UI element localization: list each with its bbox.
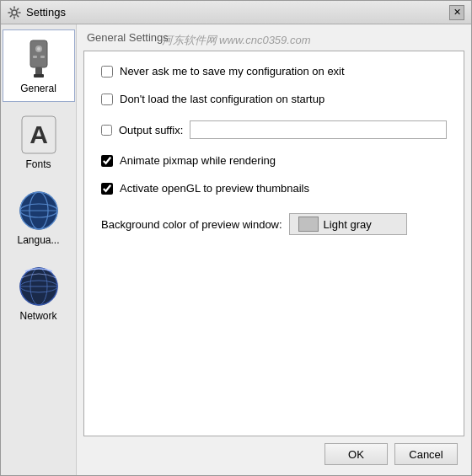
language-icon xyxy=(17,189,61,233)
settings-window: Settings ✕ 河东软件网 www.cnc0359.com xyxy=(0,0,472,476)
sidebar-label-network: Network xyxy=(19,310,56,322)
fonts-icon: A xyxy=(17,113,61,157)
svg-rect-7 xyxy=(40,56,45,58)
close-button[interactable]: ✕ xyxy=(449,5,464,20)
sidebar-label-language: Langua... xyxy=(17,234,59,246)
output-suffix-row: Output suffix: xyxy=(101,120,447,139)
sidebar-item-general[interactable]: General xyxy=(3,29,75,102)
sidebar-label-fonts: Fonts xyxy=(25,158,51,170)
main-content: General Settings Never ask me to save my… xyxy=(77,24,471,475)
activate-opengl-row: Activate openGL to preview thumbnails xyxy=(101,182,447,195)
sidebar-item-language[interactable]: Langua... xyxy=(3,181,75,254)
never-ask-row: Never ask me to save my configuration on… xyxy=(101,65,447,78)
bg-color-row: Background color of preview window: Ligh… xyxy=(101,213,447,235)
svg-text:A: A xyxy=(30,120,48,148)
settings-icon xyxy=(8,6,21,19)
svg-point-5 xyxy=(37,47,40,51)
animate-pixmap-label[interactable]: Animate pixmap while rendering xyxy=(120,154,276,167)
window-title: Settings xyxy=(26,6,66,19)
svg-point-0 xyxy=(12,10,17,15)
output-suffix-input[interactable] xyxy=(190,120,447,139)
ok-button[interactable]: OK xyxy=(324,443,388,465)
dont-load-label[interactable]: Don't load the last configuration on sta… xyxy=(120,93,324,105)
activate-opengl-label[interactable]: Activate openGL to preview thumbnails xyxy=(120,182,309,195)
dont-load-checkbox[interactable] xyxy=(101,94,113,105)
animate-pixmap-checkbox[interactable] xyxy=(101,155,113,167)
bg-color-label: Background color of preview window: xyxy=(101,218,282,231)
svg-rect-6 xyxy=(33,56,37,58)
svg-rect-3 xyxy=(34,74,44,78)
panel-header: General Settings xyxy=(83,31,464,44)
color-box xyxy=(298,217,319,232)
dont-load-row: Don't load the last configuration on sta… xyxy=(101,93,447,105)
sidebar-item-network[interactable]: Network xyxy=(3,257,75,329)
general-icon xyxy=(17,37,61,81)
output-suffix-checkbox[interactable] xyxy=(101,125,112,136)
activate-opengl-checkbox[interactable] xyxy=(101,183,113,195)
network-icon xyxy=(17,265,61,308)
output-suffix-label[interactable]: Output suffix: xyxy=(119,124,183,136)
never-ask-checkbox[interactable] xyxy=(101,66,113,78)
color-name: Light gray xyxy=(324,218,372,231)
titlebar-left: Settings xyxy=(8,6,66,19)
svg-rect-1 xyxy=(30,40,47,67)
button-row: OK Cancel xyxy=(83,436,464,468)
bg-color-swatch[interactable]: Light gray xyxy=(289,213,407,235)
animate-pixmap-row: Animate pixmap while rendering xyxy=(101,154,447,167)
sidebar: General A Fonts xyxy=(1,24,77,475)
window-body: General A Fonts xyxy=(1,24,471,475)
sidebar-label-general: General xyxy=(20,83,56,94)
settings-panel: Never ask me to save my configuration on… xyxy=(83,51,464,436)
titlebar: Settings ✕ xyxy=(1,1,471,24)
never-ask-label[interactable]: Never ask me to save my configuration on… xyxy=(120,65,345,78)
sidebar-item-fonts[interactable]: A Fonts xyxy=(3,105,75,178)
cancel-button[interactable]: Cancel xyxy=(394,443,458,465)
